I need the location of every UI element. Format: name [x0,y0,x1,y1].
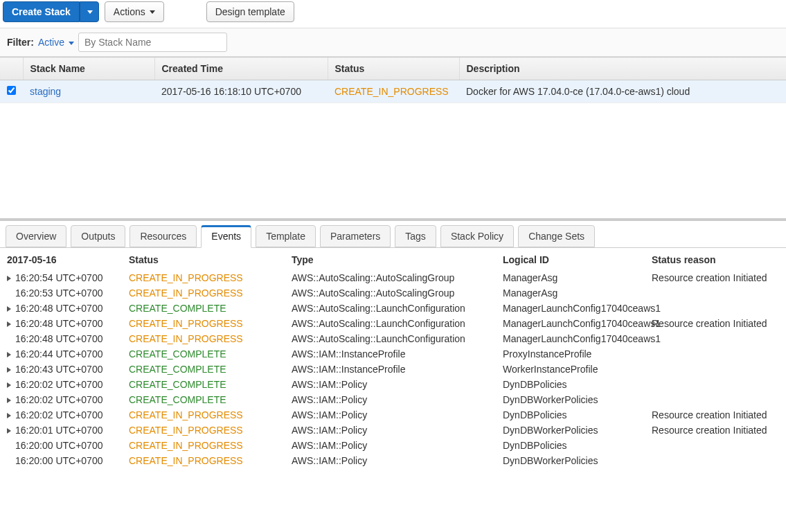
row-checkbox[interactable] [7,86,16,95]
event-status: CREATE_IN_PROGRESS [129,409,292,420]
tab-parameters[interactable]: Parameters [320,225,391,247]
event-status: CREATE_IN_PROGRESS [129,318,292,329]
description-cell: Docker for AWS 17.04.0-ce (17.04.0-ce-aw… [459,80,786,103]
col-reason: Status reason [652,254,786,265]
event-reason [652,287,786,299]
event-reason [652,379,786,390]
filter-bar: Filter: Active [0,28,786,57]
tab-tags[interactable]: Tags [395,225,436,247]
event-row[interactable]: 16:20:02 UTC+0700CREATE_COMPLETEAWS::IAM… [4,377,782,392]
event-reason [652,333,786,344]
event-logical-id: ManagerAsg [503,272,652,283]
expand-triangle-icon[interactable] [7,398,11,403]
col-status: Status [129,254,292,265]
row-checkbox-cell [0,80,23,103]
event-logical-id: DynDBPolicies [503,379,652,390]
event-logical-id: DynDBWorkerPolicies [503,455,652,466]
event-time: 16:20:44 UTC+0700 [15,348,102,360]
event-type: AWS::IAM::Policy [292,394,503,405]
event-row[interactable]: 16:20:02 UTC+0700CREATE_COMPLETEAWS::IAM… [4,392,782,407]
event-time: 16:20:02 UTC+0700 [15,379,102,390]
event-reason: Resource creation Initiated [652,272,786,283]
event-time: 16:20:53 UTC+0700 [15,287,102,299]
expand-triangle-icon[interactable] [7,276,11,281]
event-status: CREATE_COMPLETE [129,364,292,375]
event-row[interactable]: 16:20:00 UTC+0700CREATE_IN_PROGRESSAWS::… [4,438,782,453]
create-stack-dropdown-button[interactable] [80,1,99,22]
event-time: 16:20:02 UTC+0700 [15,394,102,405]
event-type: AWS::AutoScaling::LaunchConfiguration [292,303,503,314]
create-stack-button[interactable]: Create Stack [3,1,80,22]
filter-label: Filter: [7,37,34,48]
expand-triangle-icon[interactable] [7,428,11,434]
event-row[interactable]: 16:20:01 UTC+0700CREATE_IN_PROGRESSAWS::… [4,423,782,438]
col-status[interactable]: Status [328,57,459,80]
event-status: CREATE_COMPLETE [129,303,292,314]
event-logical-id: ManagerAsg [503,287,652,299]
caret-down-icon [69,42,74,45]
event-row[interactable]: 16:20:53 UTC+0700CREATE_IN_PROGRESSAWS::… [4,285,782,301]
col-description[interactable]: Description [459,57,786,80]
event-time: 16:20:54 UTC+0700 [15,272,102,283]
col-type: Type [292,254,503,265]
event-time: 16:20:00 UTC+0700 [15,440,102,451]
event-logical-id: DynDBPolicies [503,440,652,451]
event-logical-id: ProxyInstanceProfile [503,348,652,360]
event-time: 16:20:43 UTC+0700 [15,364,102,375]
event-row[interactable]: 16:20:44 UTC+0700CREATE_COMPLETEAWS::IAM… [4,346,782,362]
caret-down-icon [87,10,93,14]
stack-name-link[interactable]: staging [23,80,154,103]
tab-events[interactable]: Events [201,225,251,248]
events-panel: 2017-05-16 Status Type Logical ID Status… [0,248,786,482]
event-status: CREATE_IN_PROGRESS [129,333,292,344]
tab-outputs[interactable]: Outputs [71,225,125,247]
event-row[interactable]: 16:20:48 UTC+0700CREATE_IN_PROGRESSAWS::… [4,331,782,346]
event-logical-id: ManagerLaunchConfig17040ceaws1 [503,318,652,329]
expand-triangle-icon[interactable] [7,306,11,312]
expand-triangle-icon[interactable] [7,321,11,327]
event-row[interactable]: 16:20:54 UTC+0700CREATE_IN_PROGRESSAWS::… [4,270,782,285]
design-template-button[interactable]: Design template [206,1,294,22]
event-status: CREATE_IN_PROGRESS [129,440,292,451]
event-row[interactable]: 16:20:00 UTC+0700CREATE_IN_PROGRESSAWS::… [4,453,782,468]
tab-resources[interactable]: Resources [129,225,197,247]
event-reason [652,348,786,360]
actions-button[interactable]: Actions [105,1,164,22]
event-type: AWS::AutoScaling::LaunchConfiguration [292,333,503,344]
event-time: 16:20:48 UTC+0700 [15,333,102,344]
tabs: OverviewOutputsResourcesEventsTemplatePa… [0,221,786,248]
event-type: AWS::IAM::InstanceProfile [292,364,503,375]
event-row[interactable]: 16:20:43 UTC+0700CREATE_COMPLETEAWS::IAM… [4,362,782,377]
table-row[interactable]: staging2017-05-16 16:18:10 UTC+0700CREAT… [0,80,786,103]
tab-stack-policy[interactable]: Stack Policy [440,225,514,247]
event-type: AWS::AutoScaling::LaunchConfiguration [292,318,503,329]
tab-overview[interactable]: Overview [6,225,66,247]
filter-active-dropdown[interactable]: Active [38,37,74,48]
expand-triangle-icon[interactable] [7,367,11,373]
filter-stack-name-input[interactable] [78,33,227,52]
col-created-time[interactable]: Created Time [154,57,328,80]
created-time-cell: 2017-05-16 16:18:10 UTC+0700 [154,80,328,103]
event-logical-id: DynDBWorkerPolicies [503,394,652,405]
event-status: CREATE_COMPLETE [129,379,292,390]
col-stack-name[interactable]: Stack Name [23,57,154,80]
event-type: AWS::AutoScaling::AutoScalingGroup [292,272,503,283]
event-type: AWS::IAM::Policy [292,425,503,436]
events-date-header: 2017-05-16 [4,254,129,265]
expand-triangle-icon[interactable] [7,413,11,418]
tab-change-sets[interactable]: Change Sets [518,225,595,247]
event-type: AWS::IAM::Policy [292,455,503,466]
event-status: CREATE_COMPLETE [129,394,292,405]
tab-template[interactable]: Template [256,225,316,247]
expand-triangle-icon[interactable] [7,352,11,357]
expand-triangle-icon[interactable] [7,382,11,388]
event-row[interactable]: 16:20:48 UTC+0700CREATE_IN_PROGRESSAWS::… [4,316,782,331]
event-type: AWS::IAM::Policy [292,440,503,451]
event-row[interactable]: 16:20:02 UTC+0700CREATE_IN_PROGRESSAWS::… [4,407,782,423]
col-logical-id: Logical ID [503,254,652,265]
event-status: CREATE_IN_PROGRESS [129,425,292,436]
event-logical-id: WorkerInstanceProfile [503,364,652,375]
status-cell: CREATE_IN_PROGRESS [328,80,459,103]
caret-down-icon [150,10,155,14]
event-row[interactable]: 16:20:48 UTC+0700CREATE_COMPLETEAWS::Aut… [4,301,782,316]
